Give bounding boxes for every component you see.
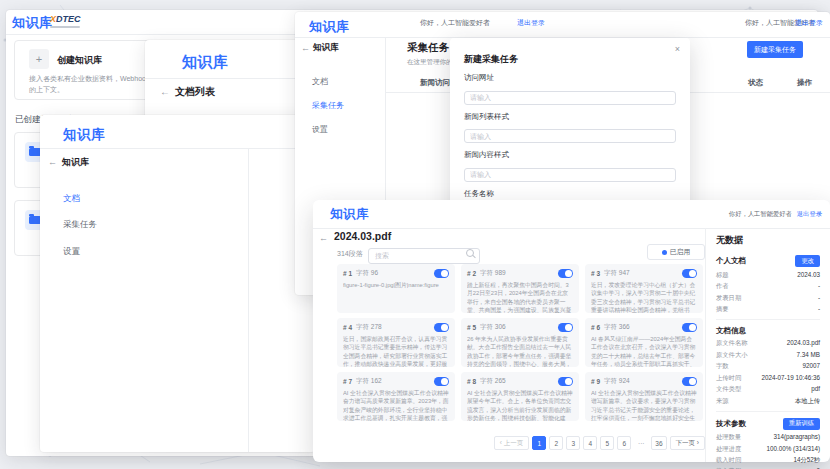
search-input[interactable]	[368, 248, 480, 264]
meta-value: 本地上传	[795, 397, 820, 405]
meta-label: 来源	[716, 397, 729, 405]
meta-value: 314(paragraphs)	[773, 433, 820, 441]
meta-value: 2024-07-19 10:46:36	[762, 374, 820, 382]
chunk-index: # 1	[343, 270, 352, 277]
logout-link[interactable]: 退出登录	[517, 18, 545, 28]
chunk-index: # 8	[467, 378, 476, 385]
meta-value: 92007	[802, 362, 820, 370]
meta-label: 上传时间	[716, 374, 741, 382]
back-arrow-icon[interactable]: ←	[301, 43, 310, 53]
page-button[interactable]: 2	[549, 436, 563, 450]
meta-label: 原文件名称	[716, 339, 747, 347]
chunk-card: # 1字符 96 figure-1-figure-0.jpg|图片|name:f…	[337, 264, 455, 313]
page-button[interactable]: 5	[600, 436, 614, 450]
chunk-enabled-toggle[interactable]	[682, 323, 697, 332]
page-button[interactable]: 36	[651, 436, 666, 450]
page-button[interactable]: 6	[617, 436, 631, 450]
page-button[interactable]: 4	[583, 436, 597, 450]
meta-row: 文件类型pdf	[716, 385, 820, 393]
user-greeting: 你好，人工智能爱好者	[420, 18, 490, 28]
enabled-dot-icon	[662, 250, 667, 255]
chunk-text: 踏上新征程，再次聚焦中国两会时间。3月22日至23日，2024年全国两会在北京举…	[467, 281, 573, 313]
chunk-char-count: 字符 947	[604, 269, 630, 278]
chunk-text: AI 全社会深入贯彻全国煤炭工作会议精神 展望今年工作。会上，各单位负责同志交流…	[467, 389, 573, 421]
chunk-enabled-toggle[interactable]	[558, 377, 573, 386]
sidebar-divider	[248, 148, 249, 452]
sidebar-item-tasks[interactable]: 采集任务	[63, 219, 97, 231]
meta-value: pdf	[811, 385, 820, 393]
create-kb-title: 创建知识库	[57, 54, 102, 67]
meta-label: 载入时间	[716, 456, 741, 464]
chunk-index: # 2	[467, 270, 476, 277]
chunk-enabled-toggle[interactable]	[682, 377, 697, 386]
chunk-index: # 9	[591, 378, 600, 385]
chunk-enabled-toggle[interactable]	[434, 269, 449, 278]
desktop-stage: 知识库 XDTEC + 创建知识库 接入各类私有企业数据资料，Webhook 等…	[0, 0, 830, 469]
chunk-enabled-toggle[interactable]	[682, 269, 697, 278]
doc-info-title: 文档信息	[716, 326, 820, 336]
logout-link[interactable]: 退出登录	[797, 210, 822, 219]
document-title: 2024.03.pdf	[334, 230, 391, 242]
sidebar-item-docs[interactable]: 文档	[63, 193, 80, 205]
page-button[interactable]: 3	[566, 436, 580, 450]
retrain-button[interactable]: 重新训练	[783, 418, 820, 430]
meta-value: 7.34 MB	[797, 351, 820, 359]
chunk-text: AI 春风又绿江南岸——2024年全国两会工作会议在北京召开，会议深入学习贯彻党…	[591, 335, 697, 367]
chunk-grid: # 1字符 96 figure-1-figure-0.jpg|图片|name:f…	[337, 264, 703, 421]
back-arrow-icon[interactable]: ←	[319, 233, 328, 243]
change-button[interactable]: 更改	[795, 255, 820, 267]
field-input-url[interactable]	[464, 91, 676, 105]
chunk-char-count: 字符 162	[356, 377, 382, 386]
chunk-index: # 5	[467, 324, 476, 331]
meta-label: 文件类型	[716, 385, 741, 393]
chunk-text: AI 全社会深入贯彻全国煤炭工作会议精神 奋力谱写高质量发展新篇章。2023年，…	[343, 389, 449, 421]
search-box	[368, 244, 480, 264]
kb-back-label[interactable]: 知识库	[313, 42, 339, 54]
search-icon	[466, 249, 474, 257]
paragraph-count: 314段落	[337, 249, 363, 259]
chunk-enabled-toggle[interactable]	[434, 323, 449, 332]
meta-row: 字数92007	[716, 362, 820, 370]
field-input-list-style[interactable]	[464, 129, 676, 143]
chunk-enabled-toggle[interactable]	[558, 269, 573, 278]
back-arrow-icon[interactable]: ←	[160, 86, 170, 97]
enabled-filter-button[interactable]: 已启用	[647, 244, 705, 260]
app-logo: 知识库	[182, 53, 229, 72]
meta-row: 原文件名称2024.03.pdf	[716, 339, 820, 347]
meta-row: 处理数量314(paragraphs)	[716, 433, 820, 441]
panel-divider	[716, 411, 820, 412]
sidebar-item-tasks[interactable]: 采集任务	[312, 100, 344, 111]
new-task-button[interactable]: 新建采集任务	[747, 41, 803, 58]
field-label-url: 访问网址	[464, 73, 676, 83]
meta-row: 发表日期-	[716, 294, 820, 302]
logout-link[interactable]: 退出登录	[795, 18, 823, 28]
prev-page-button[interactable]: ‹ 上一页	[494, 436, 529, 450]
chunk-text: figure-1-figure-0.jpg|图片|name:figure	[343, 281, 449, 313]
doc-list-title: 文档列表	[175, 85, 215, 99]
close-icon[interactable]: ×	[675, 44, 680, 54]
kb-back-label[interactable]: 知识库	[62, 156, 89, 169]
sidebar-item-docs[interactable]: 文档	[312, 76, 328, 87]
chunk-card: # 9字符 924 AI 全社会深入贯彻全国煤炭工作会议精神 谱写新篇章。会议要…	[585, 372, 703, 421]
meta-label: 处理进度	[716, 445, 741, 453]
meta-label: 原文件大小	[716, 351, 747, 359]
chunk-enabled-toggle[interactable]	[434, 377, 449, 386]
chunk-index: # 6	[591, 324, 600, 331]
meta-row: 作者-	[716, 282, 820, 290]
chunk-enabled-toggle[interactable]	[558, 323, 573, 332]
back-arrow-icon[interactable]: ←	[48, 157, 57, 167]
field-input-content-style[interactable]	[464, 168, 676, 182]
modal-title: 新建采集任务	[464, 54, 518, 64]
sidebar-item-settings[interactable]: 设置	[63, 246, 80, 258]
plus-icon: +	[29, 49, 49, 69]
personal-doc-title: 个人文档	[716, 256, 746, 266]
next-page-button[interactable]: 下一页 ›	[670, 436, 705, 450]
page-button[interactable]: 1	[532, 436, 546, 450]
meta-value: 14分52秒	[793, 456, 820, 464]
chunk-char-count: 字符 989	[480, 269, 506, 278]
chunk-char-count: 字符 96	[356, 269, 378, 278]
chunk-text: 近日，国家邮政局召开会议，认真学习贯彻习近平总书记重要批示精神，传达学习全国两会…	[343, 335, 449, 367]
window-document-detail: 知识库 你好，人工智能爱好者 退出登录 ← 2024.03.pdf 314段落 …	[313, 200, 830, 462]
sidebar-item-settings[interactable]: 设置	[312, 124, 328, 135]
chunk-card: # 8字符 265 AI 全社会深入贯彻全国煤炭工作会议精神 展望今年工作。会上…	[461, 372, 579, 421]
